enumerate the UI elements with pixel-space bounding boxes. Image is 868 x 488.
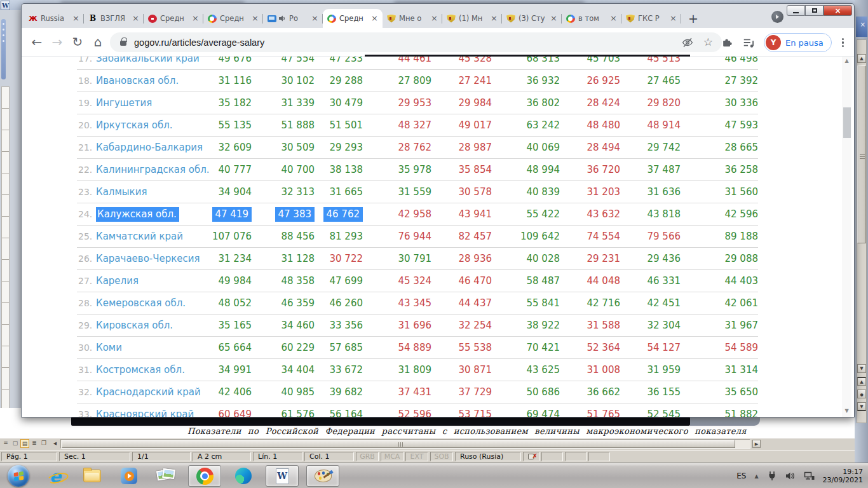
scroll-down-arrow-icon[interactable]: ▼	[857, 364, 866, 373]
region-link[interactable]: Ингушетия	[96, 97, 207, 109]
scrollbar-thumb[interactable]	[843, 107, 851, 138]
region-link[interactable]: Ивановская обл.	[96, 75, 207, 86]
taskbar-windows-explorer[interactable]	[74, 463, 111, 488]
tab-close-icon[interactable]: ×	[252, 15, 259, 22]
scroll-left-arrow-icon[interactable]: ◀	[51, 440, 59, 448]
reload-icon[interactable]: ↻	[69, 33, 86, 51]
region-link[interactable]: Кировская обл.	[96, 320, 207, 331]
back-icon[interactable]: ←	[28, 33, 46, 51]
tab-close-icon[interactable]: ×	[72, 15, 79, 22]
url-text[interactable]: gogov.ru/articles/average-salary	[134, 37, 264, 48]
region-link[interactable]: Костромская обл.	[96, 364, 207, 376]
taskbar-word[interactable]: W	[266, 465, 299, 487]
tab-close-icon[interactable]: ×	[610, 15, 617, 22]
scroll-up-arrow-icon[interactable]: ▲	[857, 54, 866, 63]
tab-close-icon[interactable]: ×	[311, 15, 318, 22]
vscroll-thumb[interactable]	[857, 65, 866, 243]
tab-close-icon[interactable]: ×	[431, 15, 438, 22]
bookmark-star-icon[interactable]: ☆	[703, 37, 713, 48]
tab-close-icon[interactable]: ×	[670, 15, 677, 22]
tab-close-icon[interactable]: ×	[550, 15, 557, 22]
scroll-right-arrow-icon[interactable]: ▶	[752, 440, 761, 448]
word-horizontal-scrollbar[interactable]: ≡ ▢ ▤ ≣ ❐ ◀ ▶	[0, 438, 855, 450]
close-document-icon[interactable]: ×	[860, 22, 865, 28]
browser-tab[interactable]: Мне о ×	[383, 9, 442, 28]
forward-icon[interactable]: →	[48, 33, 66, 51]
scroll-down-arrow-icon[interactable]: ▼	[842, 407, 851, 416]
page-scrollbar[interactable]: ▲ ▼	[842, 57, 851, 417]
region-link[interactable]: Забайкальский край	[96, 57, 207, 64]
region-link[interactable]: Карелия	[96, 275, 207, 287]
maximize-button[interactable]	[805, 5, 824, 16]
browser-tab[interactable]: ВЗГЛЯ ×	[84, 9, 144, 28]
table-row: 31. Костромская обл. 34 99134 40433 6723…	[77, 359, 758, 381]
tab-close-icon[interactable]: ×	[371, 15, 378, 22]
minimize-button[interactable]	[787, 5, 805, 16]
home-icon[interactable]: ⌂	[89, 33, 107, 51]
new-tab-button[interactable]: +	[685, 10, 702, 27]
browser-tab[interactable]: Средн ×	[144, 9, 203, 28]
region-link[interactable]: Кемеровская обл.	[96, 297, 207, 309]
region-link[interactable]: Карачаево-Черкесия	[96, 253, 207, 264]
salary-value: 55 422	[492, 208, 560, 220]
browser-tab[interactable]: Russia ×	[24, 9, 84, 28]
taskbar-clock[interactable]: 19:17 23/09/2021	[823, 468, 863, 484]
tab-close-icon[interactable]: ×	[491, 15, 498, 22]
word-view-buttons[interactable]: ≡ ▢ ▤ ≣ ❐	[1, 439, 48, 448]
extensions-puzzle-icon[interactable]	[721, 36, 733, 49]
taskbar-internet-explorer[interactable]: e	[37, 463, 74, 488]
taskbar-paint[interactable]	[306, 465, 339, 487]
address-bar[interactable]: gogov.ru/articles/average-salary ☆	[110, 32, 722, 52]
scroll-up-arrow-icon[interactable]: ▲	[842, 57, 851, 65]
web-view-icon[interactable]: ▢	[11, 439, 20, 448]
taskbar-chrome[interactable]	[188, 465, 221, 487]
taskbar-photo-viewer[interactable]	[147, 463, 184, 488]
select-browse-object-icon[interactable]: ●	[857, 390, 866, 398]
taskbar-media-player[interactable]	[111, 463, 147, 488]
volume-speaker-icon[interactable]	[785, 471, 796, 481]
reading-view-icon[interactable]: ❐	[39, 439, 48, 448]
region-link[interactable]: Краснодарский край	[96, 386, 207, 398]
previous-page-icon[interactable]: ▲	[857, 377, 866, 386]
browser-tab[interactable]: (1) Мн ×	[442, 9, 502, 28]
region-link[interactable]: Кабардино-Балкария	[96, 142, 207, 153]
browser-tab[interactable]: Ро ×	[263, 9, 323, 28]
tab-title: Мне о	[399, 14, 428, 23]
close-button[interactable]: ×	[824, 5, 852, 16]
language-indicator[interactable]: ES	[736, 471, 746, 480]
chrome-menu-icon[interactable]	[841, 38, 845, 48]
tab-audio-icon[interactable]	[278, 15, 286, 22]
hidden-eye-icon[interactable]	[682, 37, 693, 48]
hscroll-track[interactable]	[60, 439, 750, 449]
browser-tab[interactable]: Средн ×	[203, 9, 263, 28]
power-plug-icon[interactable]	[767, 471, 777, 481]
tab-close-icon[interactable]: ×	[192, 15, 199, 22]
region-link[interactable]: Камчатский край	[96, 231, 207, 242]
word-vertical-scrollbar[interactable]: ▲ ▼ ▲ ● ▼	[857, 39, 867, 423]
region-link[interactable]: Калининградская обл.	[96, 164, 207, 175]
salary-value: 31 116	[207, 75, 252, 86]
hidden-icons-chevron-icon[interactable]: ▲	[754, 473, 758, 479]
outline-view-icon[interactable]: ≣	[30, 439, 39, 448]
browser-tab[interactable]: (3) Сту ×	[502, 9, 562, 28]
taskbar-edge[interactable]	[225, 463, 262, 488]
region-link[interactable]: Калмыкия	[96, 186, 207, 198]
region-link[interactable]: Красноярский край	[96, 409, 207, 417]
next-page-icon[interactable]: ▼	[857, 402, 866, 411]
lock-icon[interactable]	[120, 41, 126, 46]
media-playing-indicator-icon[interactable]	[771, 11, 783, 23]
region-link[interactable]: Калужская обл.	[96, 208, 207, 220]
hscroll-thumb[interactable]	[62, 440, 735, 448]
region-link[interactable]: Иркутская обл.	[96, 119, 207, 131]
profile-sync-button[interactable]: Y En pausa	[764, 33, 832, 52]
start-button[interactable]	[0, 463, 37, 488]
browser-tab[interactable]: в том ×	[562, 9, 621, 28]
browser-tab[interactable]: ГКС Р ×	[621, 9, 681, 28]
print-layout-view-icon[interactable]: ▤	[20, 439, 29, 448]
region-link[interactable]: Коми	[96, 342, 207, 353]
normal-view-icon[interactable]: ≡	[1, 439, 10, 448]
media-playlist-icon[interactable]	[742, 36, 755, 49]
tab-close-icon[interactable]: ×	[132, 15, 139, 22]
browser-tab[interactable]: Средн ×	[323, 9, 383, 28]
network-icon[interactable]	[804, 471, 815, 481]
